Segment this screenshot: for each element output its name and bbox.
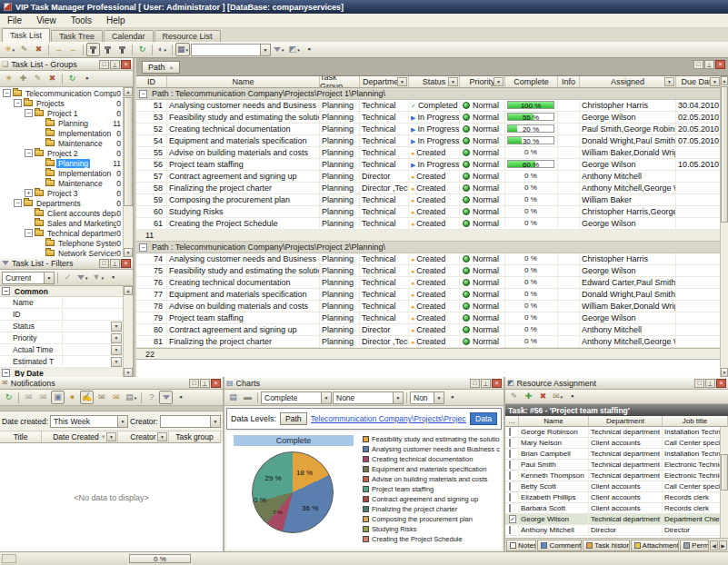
chevron-down-icon[interactable]: ▼	[111, 322, 122, 332]
resources-column-name[interactable]: Name	[519, 416, 589, 427]
tree-item[interactable]: −Project 10	[0, 108, 133, 118]
tree-toggle[interactable]: −	[25, 229, 33, 237]
tab-comments[interactable]: Comments	[537, 540, 582, 551]
task-row[interactable]: 57Contract agreement and signing upPlann…	[136, 171, 720, 183]
filter-group-common[interactable]: −Common	[0, 286, 133, 297]
task-row[interactable]: 74Analysing customer needs and Business …	[136, 253, 720, 265]
resources-scrollbar[interactable]	[720, 427, 728, 538]
tab-perm[interactable]: Perm	[680, 540, 709, 551]
resource-row[interactable]: Anthony MitchellDirectorDirector	[505, 525, 728, 536]
forward-notification-button[interactable]: ✉	[95, 391, 108, 404]
chevron-down-icon[interactable]: ▼	[111, 357, 122, 367]
filter-field-input[interactable]	[62, 357, 111, 367]
new-group-button[interactable]: ✳	[2, 72, 15, 85]
filters-close-button[interactable]: ×	[121, 259, 131, 268]
data-levels-path-button[interactable]: Path	[280, 412, 307, 425]
filter-dropdown-icon[interactable]: ▼	[710, 77, 720, 86]
column-header-id[interactable]: ID	[136, 76, 167, 87]
data-levels-path-link[interactable]: Telecommunication Company\Projects\Proje…	[311, 414, 467, 423]
add-group-button[interactable]: ✚	[16, 72, 30, 85]
chevron-down-icon[interactable]: ▼	[260, 45, 270, 55]
pin-down-button[interactable]	[115, 43, 129, 56]
notifications-close-button[interactable]: ×	[211, 379, 221, 388]
group-row[interactable]: −Path : Telecommunication Company\Projec…	[136, 242, 720, 253]
scroll-thumb[interactable]	[721, 454, 728, 491]
task-row[interactable]: 59Composing the procurement planPlanning…	[136, 194, 720, 206]
edit-filter-button[interactable]: ▾	[75, 271, 90, 284]
scroll-thumb[interactable]	[721, 86, 728, 223]
more-filters-button[interactable]: ▪	[106, 271, 120, 284]
chevron-down-icon[interactable]: ▼	[111, 345, 122, 355]
more-notifications-button[interactable]: ▪	[174, 391, 187, 404]
pin-up-button[interactable]	[101, 43, 115, 56]
outdent-task-button[interactable]: ←	[66, 43, 80, 56]
remove-resource-button[interactable]: ✖	[536, 390, 550, 403]
menu-tools[interactable]: Tools	[64, 15, 99, 26]
task-row[interactable]: 79Project team staffingPlanningTechnical…	[136, 312, 720, 324]
filters-scrollbar[interactable]: ▲▼	[123, 286, 133, 377]
more-toolbar-button[interactable]: ▪	[303, 43, 316, 56]
scroll-down-icon[interactable]: ▼	[721, 368, 728, 377]
refresh-groups-button[interactable]: ↻	[65, 72, 79, 85]
collapse-icon[interactable]: −	[2, 287, 10, 295]
task-row[interactable]: 54Equipment and materials specificationP…	[136, 135, 720, 147]
tab-calendar[interactable]: Calendar	[104, 30, 154, 42]
collapse-icon[interactable]: −	[2, 369, 10, 377]
resource-row[interactable]: Kenneth ThompsonTechnical departmentElec…	[505, 471, 728, 481]
resources-restore-button[interactable]: □	[694, 379, 704, 388]
tree-item[interactable]: Maintenance0	[0, 178, 133, 188]
task-row[interactable]: 75Feasibility study and estimating the s…	[136, 265, 720, 277]
chevron-down-icon[interactable]: ▼	[44, 273, 54, 283]
chart-filter-combo[interactable]: Non▼	[410, 392, 444, 404]
groups-restore-button[interactable]: □	[99, 60, 109, 69]
creator-combo[interactable]: ▼	[160, 415, 221, 428]
scroll-left-icon[interactable]: ◀	[710, 540, 718, 550]
groups-pin-button[interactable]: ⊤	[110, 60, 120, 69]
pin-task-button[interactable]	[86, 43, 100, 56]
save-filter-button[interactable]: ▼▾	[91, 271, 105, 284]
tree-item[interactable]: Implementation0	[0, 168, 133, 178]
tree-item[interactable]: Client accounts depar0	[0, 208, 133, 218]
checkbox[interactable]	[509, 504, 511, 512]
task-row[interactable]: 60Studying RisksPlanningTechnical●Create…	[136, 206, 720, 218]
chevron-down-icon[interactable]: ▼	[321, 392, 331, 403]
checkbox-checked[interactable]: ✓	[509, 515, 516, 523]
task-row[interactable]: 51Analysing customer needs and Business …	[136, 100, 720, 112]
task-row[interactable]: 56Project team staffingPlanningTechnical…	[136, 159, 720, 171]
tree-item[interactable]: −Project 20	[0, 148, 133, 158]
tree-item[interactable]: Telephone Syster0	[0, 238, 133, 248]
scroll-thumb[interactable]	[124, 97, 133, 206]
more-groups-button[interactable]: ▪	[80, 72, 94, 85]
filter-field-input[interactable]	[62, 322, 111, 332]
tree-toggle[interactable]: −	[14, 199, 22, 207]
filter-dropdown-icon[interactable]: ▼	[106, 432, 116, 441]
filter-dropdown-icon[interactable]: ▼	[494, 77, 504, 86]
new-task-button[interactable]: ✳▾	[3, 43, 16, 56]
column-header-status[interactable]: Status▼	[409, 76, 460, 87]
scroll-right-icon[interactable]: ▶	[719, 540, 727, 550]
chevron-down-icon[interactable]: ▼	[434, 392, 444, 403]
notifications-column-date-created[interactable]: Date Created▼▼	[42, 431, 118, 443]
group-row[interactable]: −Path : Telecommunication Company\Projec…	[136, 88, 720, 100]
group-by-path-button[interactable]: Path ▲	[142, 61, 180, 74]
tree-scrollbar[interactable]: ▲▼	[123, 87, 133, 257]
chevron-down-icon[interactable]: ▼	[393, 392, 403, 403]
checkbox[interactable]	[509, 526, 511, 534]
assign-view-button[interactable]: ◩▾	[287, 43, 302, 56]
tab-notes[interactable]: Notes	[506, 540, 536, 551]
tree-toggle[interactable]: −	[3, 89, 11, 97]
columns-button[interactable]: ▦▾	[175, 43, 190, 56]
scroll-down-icon[interactable]: ▼	[124, 368, 133, 377]
task-row[interactable]: 77Equipment and materials specificationP…	[136, 289, 720, 301]
tree-item[interactable]: −Telecommunication Company0	[0, 88, 133, 98]
column-header-priority[interactable]: Priority▼	[460, 76, 505, 87]
apply-filter-button[interactable]: ✓	[61, 271, 75, 284]
mark-read-button[interactable]: ▣	[51, 391, 65, 404]
column-header-assigned[interactable]: Assigned▼	[580, 76, 676, 87]
tab-resource-list[interactable]: Resource List	[155, 30, 221, 42]
tab-task-history[interactable]: Task history	[583, 540, 630, 551]
date-created-combo[interactable]: This Week ▼	[50, 415, 128, 428]
column-header-due-date[interactable]: Due Date▼	[676, 76, 722, 87]
grid-scrollbar[interactable]: ▲▼	[720, 76, 728, 377]
resources-column-department[interactable]: Department	[589, 416, 663, 427]
